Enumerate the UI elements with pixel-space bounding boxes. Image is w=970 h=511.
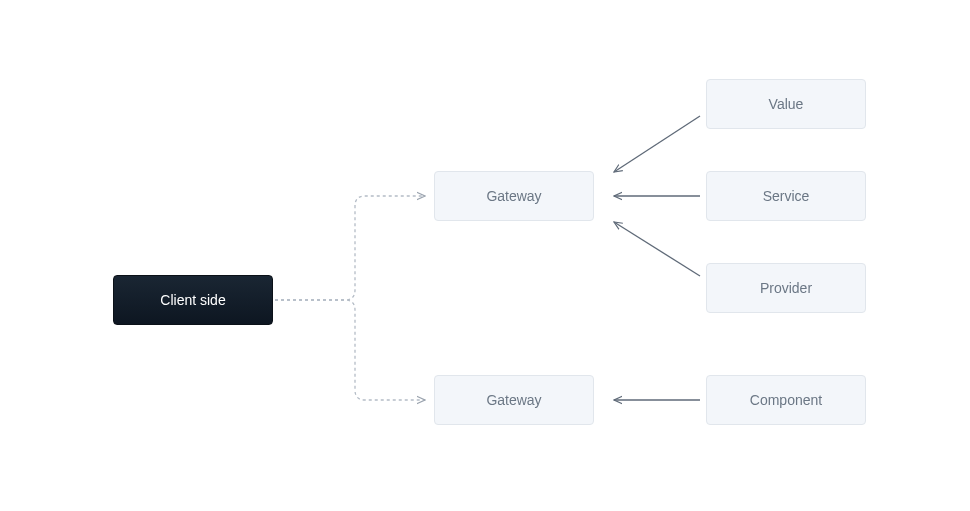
edge-client-gateway2 [275, 300, 425, 400]
node-provider: Provider [706, 263, 866, 313]
connector-layer [0, 0, 970, 511]
edge-provider-gateway1 [614, 222, 700, 276]
node-client-side: Client side [113, 275, 273, 325]
node-value: Value [706, 79, 866, 129]
edge-value-gateway1 [614, 116, 700, 172]
node-component: Component [706, 375, 866, 425]
node-gateway-1: Gateway [434, 171, 594, 221]
node-label: Component [750, 392, 822, 408]
node-label: Client side [160, 292, 225, 308]
node-label: Value [769, 96, 804, 112]
node-service: Service [706, 171, 866, 221]
node-gateway-2: Gateway [434, 375, 594, 425]
node-label: Provider [760, 280, 812, 296]
node-label: Gateway [486, 188, 541, 204]
edge-client-gateway1 [275, 196, 425, 300]
node-label: Gateway [486, 392, 541, 408]
node-label: Service [763, 188, 810, 204]
